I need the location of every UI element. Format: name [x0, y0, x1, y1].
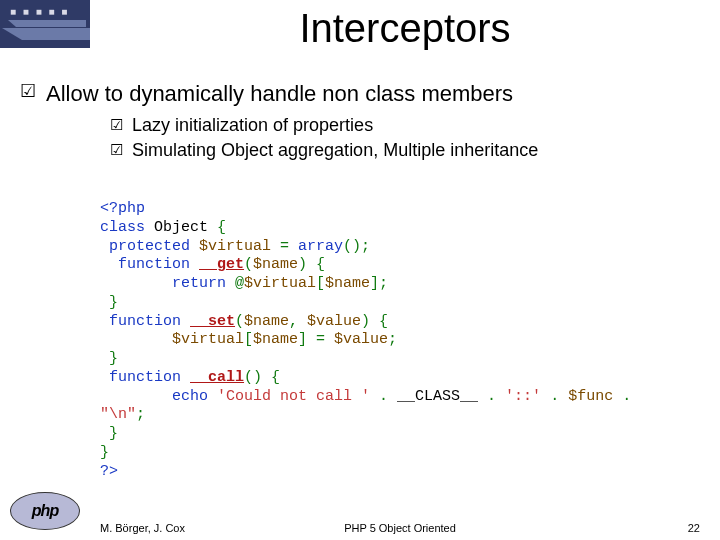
main-bullet: ☑ Allow to dynamically handle non class …	[20, 80, 700, 108]
check-icon: ☑	[20, 80, 46, 103]
svg-marker-1	[2, 28, 90, 40]
main-bullet-text: Allow to dynamically handle non class me…	[46, 80, 513, 108]
content-area: ☑ Allow to dynamically handle non class …	[20, 80, 700, 164]
footer-title: PHP 5 Object Oriented	[344, 522, 456, 534]
slide-title: Interceptors	[110, 6, 700, 51]
svg-marker-0	[8, 20, 86, 27]
ship-icon	[0, 14, 90, 48]
corner-logo: ■ ■ ■ ■ ■	[0, 0, 90, 48]
sub-bullet-text: Simulating Object aggregation, Multiple …	[132, 139, 538, 162]
footer-author: M. Börger, J. Cox	[100, 522, 185, 534]
php-logo: php	[10, 492, 80, 532]
sub-bullet-text: Lazy initialization of properties	[132, 114, 373, 137]
code-block: <?php class Object { protected $virtual …	[100, 200, 700, 481]
footer: M. Börger, J. Cox PHP 5 Object Oriented …	[100, 522, 700, 534]
check-icon: ☑	[110, 139, 132, 160]
footer-page-number: 22	[688, 522, 700, 534]
check-icon: ☑	[110, 114, 132, 135]
sub-bullet: ☑ Lazy initialization of properties	[110, 114, 700, 137]
sub-bullets: ☑ Lazy initialization of properties ☑ Si…	[110, 114, 700, 163]
php-logo-text: php	[32, 502, 58, 520]
sub-bullet: ☑ Simulating Object aggregation, Multipl…	[110, 139, 700, 162]
